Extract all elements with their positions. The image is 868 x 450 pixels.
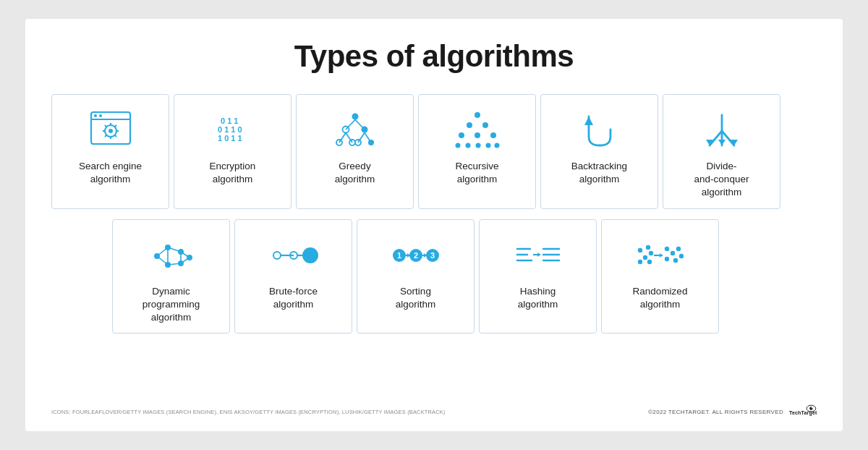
svg-point-97 [664, 256, 668, 260]
svg-text:1 0 1 1: 1 0 1 1 [218, 134, 242, 143]
sorting-icon: 1 2 3 [391, 233, 441, 278]
label-randomized: Randomizedalgorithm [633, 285, 688, 311]
svg-point-2 [94, 114, 97, 117]
copyright-text: ©2022 TECHTARGET. ALL RIGHTS RESERVED [648, 409, 783, 415]
svg-point-89 [637, 259, 642, 263]
label-divide-conquer: Divide-and-conqueralgorithm [694, 160, 749, 200]
svg-point-99 [673, 258, 677, 262]
svg-marker-94 [660, 253, 663, 258]
divide-conquer-icon [697, 108, 747, 153]
svg-point-98 [676, 246, 680, 250]
svg-line-45 [722, 131, 734, 145]
label-dynamic: Dynamicprogrammingalgorithm [142, 285, 200, 325]
svg-line-12 [115, 125, 116, 127]
card-backtracking: Backtrackingalgorithm [540, 94, 658, 209]
svg-rect-0 [91, 112, 130, 144]
content-area: Search enginealgorithm 0 1 1 0 1 1 0 1 0… [51, 94, 817, 392]
encryption-icon: 0 1 1 0 1 1 0 1 0 1 1 [208, 108, 258, 153]
svg-point-33 [459, 132, 464, 138]
svg-text:1: 1 [396, 251, 401, 260]
svg-line-10 [105, 125, 106, 127]
card-brute-force: Brute-forcealgorithm [234, 219, 352, 334]
card-randomized: Randomizedalgorithm [601, 219, 719, 334]
svg-point-21 [361, 127, 367, 133]
svg-point-34 [475, 132, 480, 138]
techtarget-logo: TechTarget [789, 404, 817, 420]
label-brute-force: Brute-forcealgorithm [269, 285, 318, 311]
svg-marker-47 [718, 140, 726, 145]
svg-point-63 [273, 252, 281, 259]
card-divide-conquer: Divide-and-conqueralgorithm [663, 94, 780, 209]
svg-line-55 [157, 247, 168, 256]
svg-point-40 [494, 143, 499, 148]
svg-line-60 [181, 258, 190, 263]
search-engine-icon [85, 108, 136, 153]
footer-credits: ICONS: FOURLEAFLOVER/GETTY IMAGES (SEARC… [51, 409, 446, 415]
algorithm-row-2: Dynamicprogrammingalgorithm [51, 219, 817, 334]
svg-text:3: 3 [430, 251, 434, 260]
label-encryption: Encryptionalgorithm [210, 160, 256, 186]
svg-point-37 [465, 143, 470, 148]
card-greedy: Greedyalgorithm [296, 94, 414, 209]
svg-point-31 [467, 122, 472, 128]
svg-point-92 [648, 250, 652, 255]
svg-point-104 [812, 407, 813, 409]
svg-point-38 [475, 143, 480, 148]
label-greedy: Greedyalgorithm [335, 160, 375, 186]
card-dynamic: Dynamicprogrammingalgorithm [112, 219, 230, 334]
svg-point-90 [645, 245, 650, 249]
card-hashing: Hashingalgorithm [479, 219, 597, 334]
svg-point-88 [642, 255, 647, 259]
svg-marker-41 [584, 116, 593, 125]
svg-point-103 [809, 407, 812, 409]
recursive-icon [452, 108, 503, 153]
svg-text:0 1 1 0: 0 1 1 0 [218, 125, 242, 134]
svg-text:0 1 1: 0 1 1 [221, 116, 238, 125]
svg-line-22 [339, 133, 346, 143]
hashing-icon [513, 233, 563, 278]
svg-point-3 [99, 114, 102, 117]
card-search-engine: Search enginealgorithm [51, 94, 169, 209]
svg-point-5 [109, 129, 113, 133]
footer-copyright: ©2022 TECHTARGET. ALL RIGHTS RESERVED Te… [648, 404, 817, 420]
card-recursive: Recursivealgorithm [418, 94, 536, 209]
footer: ICONS: FOURLEAFLOVER/GETTY IMAGES (SEARC… [51, 399, 817, 420]
svg-point-96 [670, 250, 674, 255]
brute-force-icon [268, 233, 319, 278]
svg-point-87 [637, 247, 642, 252]
svg-line-59 [181, 252, 190, 258]
svg-point-100 [678, 253, 683, 258]
svg-marker-83 [537, 252, 540, 257]
svg-point-32 [482, 122, 488, 128]
svg-line-18 [346, 120, 355, 130]
page-title: Types of algorithms [51, 39, 817, 74]
svg-point-17 [352, 114, 358, 120]
svg-line-56 [157, 256, 168, 265]
card-sorting: 1 2 3 Sortingalgorithm [357, 219, 475, 334]
svg-point-95 [664, 246, 668, 250]
svg-point-91 [647, 259, 651, 263]
label-hashing: Hashingalgorithm [518, 285, 558, 311]
greedy-icon [330, 108, 380, 153]
label-backtracking: Backtrackingalgorithm [571, 160, 627, 186]
svg-line-43 [710, 131, 722, 145]
label-sorting: Sortingalgorithm [396, 285, 436, 311]
svg-point-35 [490, 132, 496, 138]
backtracking-icon [574, 108, 625, 153]
svg-point-39 [485, 143, 490, 148]
svg-line-11 [115, 135, 116, 137]
svg-text:2: 2 [413, 251, 417, 260]
label-recursive: Recursivealgorithm [455, 160, 498, 186]
dynamic-icon [146, 233, 197, 278]
svg-line-57 [168, 247, 181, 252]
algorithm-row-1: Search enginealgorithm 0 1 1 0 1 1 0 1 0… [51, 94, 817, 209]
svg-line-13 [105, 135, 106, 137]
svg-line-23 [346, 133, 352, 143]
svg-point-30 [475, 112, 480, 118]
svg-line-24 [358, 133, 365, 143]
svg-point-36 [455, 143, 460, 148]
svg-point-29 [368, 140, 374, 145]
card-encryption: 0 1 1 0 1 1 0 1 0 1 1 Encryptionalgorith… [174, 94, 292, 209]
main-card: Types of algorithms [25, 19, 843, 431]
label-search-engine: Search enginealgorithm [79, 160, 142, 186]
